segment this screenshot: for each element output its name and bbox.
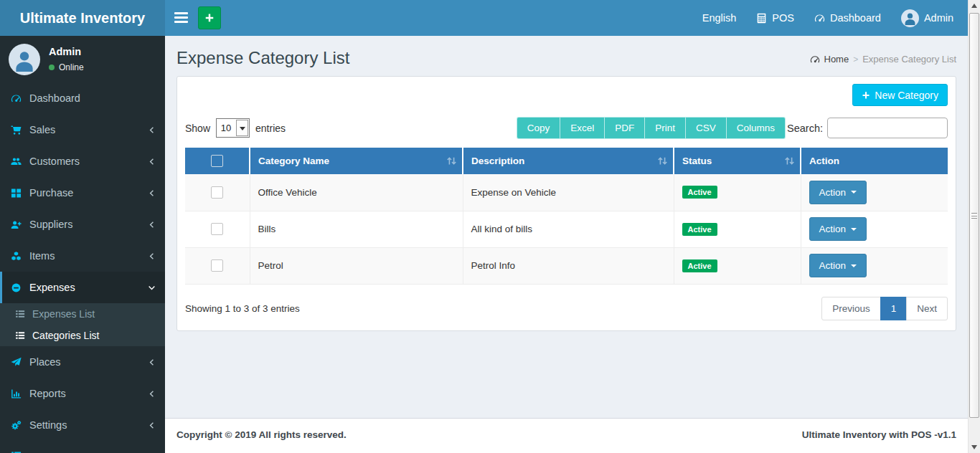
plus-icon: [862, 91, 870, 100]
sidebar-item-customers[interactable]: Customers: [0, 146, 165, 177]
cell-category-name: Office Vehicle: [250, 174, 463, 211]
cubes-icon: [11, 251, 22, 262]
avatar: [901, 9, 919, 27]
sidebar-item-expenses-list[interactable]: Expenses List: [0, 303, 165, 325]
pagination-page-1[interactable]: 1: [880, 297, 908, 320]
select-all-checkbox[interactable]: [211, 155, 223, 167]
sidebar-item-suppliers[interactable]: Suppliers: [0, 209, 165, 240]
nav-user-menu[interactable]: Admin: [891, 0, 963, 36]
cell-category-name: Petrol: [250, 247, 463, 284]
page-length-select[interactable]: 10: [216, 118, 250, 138]
quick-add-button[interactable]: [198, 6, 221, 29]
pos-label: POS: [772, 12, 794, 24]
table-row: Bills All kind of bills Active Action: [185, 211, 948, 247]
category-list-panel: New Category Show 10 entries Copy Excel …: [176, 76, 956, 331]
grid-icon: [11, 188, 22, 199]
sidebar-item-settings[interactable]: Settings: [0, 409, 165, 441]
content-header: Expense Category List Home > Expense Cat…: [165, 36, 968, 73]
row-checkbox[interactable]: [211, 259, 223, 272]
table-row: Petrol Petrol Info Active Action: [185, 247, 948, 284]
breadcrumb-current: Expense Category List: [862, 54, 956, 65]
pdf-button[interactable]: PDF: [605, 117, 645, 139]
select-all-header[interactable]: [185, 148, 250, 174]
row-action-button[interactable]: Action: [809, 254, 867, 277]
panel-actions: New Category: [185, 84, 948, 106]
sidebar-item-reports[interactable]: Reports: [0, 378, 165, 409]
cell-description: All kind of bills: [463, 211, 674, 247]
language-label: English: [702, 12, 737, 24]
nav-dashboard[interactable]: Dashboard: [804, 0, 891, 36]
sidebar-item-items[interactable]: Items: [0, 240, 165, 272]
scrollbar-thumb[interactable]: [969, 13, 979, 418]
chevron-left-icon: [148, 189, 156, 197]
table-footer: Showing 1 to 3 of 3 entries Previous 1 N…: [185, 297, 948, 320]
user-label: Admin: [924, 12, 953, 24]
sidebar-item-dashboard[interactable]: Dashboard: [0, 82, 165, 114]
sidebar-item-purchase[interactable]: Purchase: [0, 177, 165, 209]
footer-copyright: Copyright © 2019 All rights reserved.: [176, 429, 347, 440]
table-header-row: Category Name Description Status Action: [185, 148, 948, 174]
print-button[interactable]: Print: [645, 117, 686, 139]
category-table: Category Name Description Status Action …: [185, 148, 948, 285]
header-category-name[interactable]: Category Name: [250, 148, 463, 174]
sort-icon: [657, 156, 668, 166]
breadcrumb: Home > Expense Category List: [810, 54, 957, 65]
copy-button[interactable]: Copy: [517, 117, 561, 139]
csv-button[interactable]: CSV: [686, 117, 727, 139]
avatar: [9, 44, 40, 75]
pagination-previous[interactable]: Previous: [821, 297, 881, 320]
pagination-next[interactable]: Next: [906, 297, 948, 320]
user-plus-icon: [11, 219, 22, 230]
row-action-button[interactable]: Action: [809, 217, 867, 241]
excel-button[interactable]: Excel: [560, 117, 605, 139]
chevron-left-icon: [148, 221, 156, 229]
breadcrumb-home-link[interactable]: Home: [824, 54, 849, 65]
page-length-control: Show 10 entries: [185, 118, 286, 138]
app-window: Ultimate Inventory English POS Dashboard…: [0, 0, 980, 453]
dashboard-icon: [810, 54, 820, 65]
nav-pos[interactable]: POS: [746, 0, 804, 36]
chevron-left-icon: [148, 358, 156, 366]
sidebar-item-partial[interactable]: [0, 441, 165, 453]
page-scrollbar[interactable]: [968, 0, 980, 453]
person-icon: [903, 11, 917, 26]
chevron-left-icon: [148, 252, 156, 260]
nav-language[interactable]: English: [692, 0, 747, 36]
row-checkbox[interactable]: [211, 223, 223, 235]
sidebar-item-expenses[interactable]: Expenses: [0, 272, 165, 303]
navbar-right-menu: English POS Dashboard Admin: [692, 0, 963, 36]
search-input[interactable]: [827, 118, 948, 138]
scrollbar-down-arrow[interactable]: [969, 441, 980, 453]
users-icon: [11, 156, 22, 167]
sidebar-item-sales[interactable]: Sales: [0, 114, 165, 146]
caret-down-icon: [851, 191, 857, 194]
row-action-button[interactable]: Action: [809, 181, 867, 204]
sidebar-toggle-button[interactable]: [174, 12, 188, 24]
row-checkbox[interactable]: [211, 186, 223, 199]
footer-version: Ultimate Inventory with POS -v1.1: [802, 429, 956, 440]
sidebar-user-panel: Admin Online: [0, 36, 165, 82]
list-icon: [15, 309, 25, 319]
minus-circle-icon: [11, 282, 22, 293]
breadcrumb-separator: >: [853, 54, 858, 65]
header-description[interactable]: Description: [463, 148, 674, 174]
caret-down-icon: [851, 264, 857, 267]
cell-category-name: Bills: [250, 211, 463, 247]
dashboard-icon: [814, 13, 825, 24]
person-icon: [13, 47, 36, 73]
sidebar-item-places[interactable]: Places: [0, 346, 165, 378]
header-action: Action: [801, 148, 948, 174]
paper-plane-icon: [11, 357, 22, 368]
header-status[interactable]: Status: [674, 148, 801, 174]
sidebar-item-categories-list[interactable]: Categories List: [0, 325, 165, 346]
dashboard-icon: [11, 93, 22, 104]
columns-button[interactable]: Columns: [727, 117, 786, 139]
entries-label: entries: [255, 123, 286, 134]
cell-description: Expense on Vehicle: [463, 174, 674, 211]
brand-logo[interactable]: Ultimate Inventory: [0, 0, 165, 36]
list-icon: [15, 330, 25, 340]
new-category-button[interactable]: New Category: [852, 84, 948, 106]
sidebar: Admin Online Dashboard Sales Customers P…: [0, 36, 165, 453]
cell-description: Petrol Info: [463, 247, 674, 284]
scrollbar-up-arrow[interactable]: [969, 0, 980, 12]
